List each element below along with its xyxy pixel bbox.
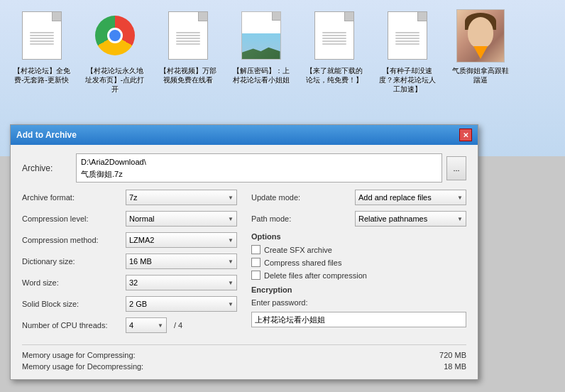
desktop-icon-video[interactable]: 【村花视频】万部视频免费在线看 bbox=[158, 7, 218, 85]
doc-icon-download bbox=[314, 11, 354, 60]
photo-real-icon bbox=[456, 9, 505, 62]
dictionary-size-value: 16 MB bbox=[129, 257, 152, 266]
stats-row: Memory usage for Compressing: 720 MB bbox=[22, 351, 466, 359]
cpu-threads-arrow-icon: ▼ bbox=[158, 322, 163, 329]
archive-format-label: Archive format: bbox=[22, 193, 121, 202]
icon-img-video bbox=[164, 7, 212, 64]
solid-block-value: 2 GB bbox=[129, 300, 147, 308]
icon-img-forum1 bbox=[18, 7, 66, 64]
icon-label-chrome: 【村花论坛永久地址发布页】-点此打开 bbox=[84, 66, 145, 94]
word-size-label: Word size: bbox=[22, 278, 121, 287]
icon-label-photo: 气质御姐拿高跟鞋踹逼 bbox=[450, 66, 510, 85]
solid-block-select[interactable]: 2 GB ▼ bbox=[126, 296, 237, 312]
dialog-body: Archive: D:\Aria2Download\ 气质御姐.7z ... A… bbox=[11, 145, 478, 379]
icon-img-speed bbox=[383, 7, 432, 64]
delete-files-checkbox[interactable] bbox=[251, 271, 260, 280]
compression-level-value: Normal bbox=[129, 214, 154, 223]
icon-label-video: 【村花视频】万部视频免费在线看 bbox=[158, 66, 218, 85]
update-mode-label: Update mode: bbox=[251, 193, 351, 202]
memory-decompress-label: Memory usage for Decompressing: bbox=[22, 362, 143, 371]
dictionary-size-arrow-icon: ▼ bbox=[228, 258, 234, 265]
desktop-icon-photo[interactable]: 气质御姐拿高跟鞋踹逼 bbox=[450, 7, 510, 85]
chrome-circle-icon bbox=[95, 16, 135, 55]
stats-row-decompress: Memory usage for Decompressing: 18 MB bbox=[22, 362, 466, 371]
dictionary-size-row: Dictionary size: 16 MB ▼ bbox=[22, 254, 237, 269]
icon-label-speed: 【有种子却没速度？来村花论坛人工加速】 bbox=[377, 66, 437, 94]
compress-shared-row: Compress shared files bbox=[251, 258, 466, 267]
stats-divider bbox=[22, 344, 466, 345]
solid-block-arrow-icon: ▼ bbox=[228, 301, 234, 307]
word-size-select[interactable]: 32 ▼ bbox=[126, 275, 237, 290]
icon-img-password bbox=[237, 7, 285, 64]
left-column: Archive format: 7z ▼ Compression level: … bbox=[22, 190, 237, 339]
word-size-value: 32 bbox=[129, 278, 138, 287]
word-size-arrow-icon: ▼ bbox=[228, 280, 234, 286]
options-title: Options bbox=[251, 232, 466, 241]
cpu-threads-select[interactable]: 4 ▼ bbox=[126, 317, 167, 333]
compress-shared-checkbox[interactable] bbox=[251, 258, 260, 267]
archive-format-arrow-icon: ▼ bbox=[228, 195, 234, 201]
path-mode-arrow-icon: ▼ bbox=[457, 216, 463, 222]
dialog-titlebar: Add to Archive ✕ bbox=[11, 125, 478, 145]
compression-method-arrow-icon: ▼ bbox=[228, 237, 234, 244]
archive-path-box[interactable]: D:\Aria2Download\ 气质御姐.7z bbox=[76, 153, 442, 183]
icon-img-chrome bbox=[91, 7, 139, 64]
update-mode-value: Add and replace files bbox=[358, 193, 432, 202]
archive-path-line1: D:\Aria2Download\ bbox=[81, 156, 437, 168]
sfx-checkbox[interactable] bbox=[251, 245, 260, 254]
password-input[interactable] bbox=[251, 312, 466, 327]
path-mode-row: Path mode: Relative pathnames ▼ bbox=[251, 211, 466, 227]
landscape-wrapper bbox=[241, 11, 281, 60]
memory-compress-value: 720 MB bbox=[439, 351, 466, 359]
archive-row: Archive: D:\Aria2Download\ 气质御姐.7z ... bbox=[22, 153, 466, 183]
icon-label-download: 【来了就能下载的论坛，纯免费！】 bbox=[304, 66, 364, 85]
archive-format-row: Archive format: 7z ▼ bbox=[22, 190, 237, 205]
dialog-title: Add to Archive bbox=[16, 130, 77, 140]
delete-files-label: Delete files after compression bbox=[264, 271, 367, 280]
close-button[interactable]: ✕ bbox=[459, 129, 472, 141]
cpu-threads-label: Number of CPU threads: bbox=[22, 321, 121, 330]
two-column-layout: Archive format: 7z ▼ Compression level: … bbox=[22, 190, 466, 339]
cpu-threads-value: 4 bbox=[129, 321, 133, 330]
path-mode-value: Relative pathnames bbox=[358, 214, 427, 223]
update-mode-row: Update mode: Add and replace files ▼ bbox=[251, 190, 466, 205]
archive-path-line2: 气质御姐.7z bbox=[81, 168, 437, 180]
browse-button[interactable]: ... bbox=[446, 156, 466, 180]
compression-method-label: Compression method: bbox=[22, 236, 121, 244]
compress-shared-label: Compress shared files bbox=[264, 258, 341, 267]
compression-level-label: Compression level: bbox=[22, 214, 121, 223]
icon-img-download bbox=[310, 7, 358, 64]
archive-format-select[interactable]: 7z ▼ bbox=[126, 190, 237, 205]
path-mode-label: Path mode: bbox=[251, 214, 351, 223]
add-to-archive-dialog: Add to Archive ✕ Archive: D:\Aria2Downlo… bbox=[10, 124, 478, 380]
icon-img-photo bbox=[456, 7, 505, 64]
compression-level-row: Compression level: Normal ▼ bbox=[22, 211, 237, 227]
compression-method-row: Compression method: LZMA2 ▼ bbox=[22, 232, 237, 248]
solid-block-label: Solid Block size: bbox=[22, 300, 121, 308]
desktop-icon-download[interactable]: 【来了就能下载的论坛，纯免费！】 bbox=[304, 7, 364, 85]
compression-method-value: LZMA2 bbox=[129, 236, 154, 244]
desktop-icon-forum1[interactable]: 【村花论坛】全免费-无套路-更新快 bbox=[11, 7, 72, 85]
compression-method-select[interactable]: LZMA2 ▼ bbox=[126, 232, 237, 248]
archive-format-value: 7z bbox=[129, 193, 138, 202]
desktop-icon-speed[interactable]: 【有种子却没速度？来村花论坛人工加速】 bbox=[377, 7, 437, 94]
compression-level-select[interactable]: Normal ▼ bbox=[126, 211, 237, 227]
doc-icon-forum1 bbox=[22, 11, 62, 60]
options-section: Options Create SFX archive Compress shar… bbox=[251, 232, 466, 280]
dictionary-size-select[interactable]: 16 MB ▼ bbox=[126, 254, 237, 269]
update-mode-select[interactable]: Add and replace files ▼ bbox=[355, 190, 466, 205]
cpu-threads-row: Number of CPU threads: 4 ▼ / 4 bbox=[22, 317, 237, 333]
archive-field-label: Archive: bbox=[22, 163, 72, 173]
desktop-icon-chrome[interactable]: 【村花论坛永久地址发布页】-点此打开 bbox=[84, 7, 145, 94]
dictionary-size-label: Dictionary size: bbox=[22, 257, 121, 266]
face-shape bbox=[468, 17, 493, 48]
icon-label-forum1: 【村花论坛】全免费-无套路-更新快 bbox=[11, 66, 72, 85]
cpu-threads-max: / 4 bbox=[174, 321, 182, 330]
icon-label-password: 【解压密码】：上村花论坛看小姐姐 bbox=[231, 66, 291, 85]
path-mode-select[interactable]: Relative pathnames ▼ bbox=[355, 211, 466, 227]
doc-icon-speed bbox=[388, 11, 427, 60]
chrome-inner-icon bbox=[107, 28, 123, 43]
right-column: Update mode: Add and replace files ▼ Pat… bbox=[251, 190, 466, 339]
desktop-icon-password[interactable]: 【解压密码】：上村花论坛看小姐姐 bbox=[231, 7, 291, 85]
compression-level-arrow-icon: ▼ bbox=[228, 216, 234, 222]
